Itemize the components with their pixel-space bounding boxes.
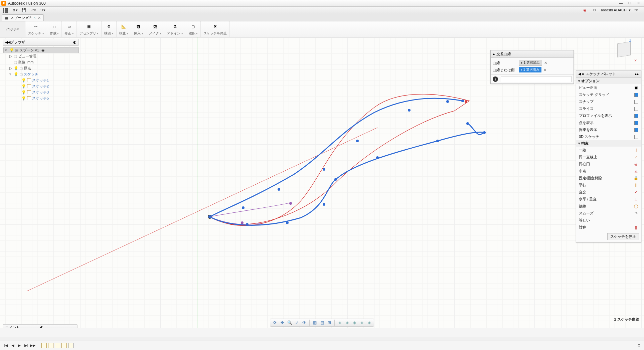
timeline-end-icon[interactable]: ▶▶ (30, 343, 35, 348)
ribbon-group-アドイン[interactable]: ⚗アドイン (164, 21, 186, 37)
constraint-icon[interactable]: ⊥ (634, 197, 638, 201)
timeline-play-icon[interactable]: ▶ (17, 343, 22, 348)
tree-sketch-item[interactable]: 💡スケッチ3 (3, 89, 79, 95)
user-name[interactable]: Tadashi ADACHI ▾ (600, 8, 631, 12)
constraint-icon[interactable]: ↷ (634, 211, 638, 215)
selection-chip[interactable]: ▸ 1 選択済み (519, 60, 542, 66)
browser-header[interactable]: ◀◀ ブラウザ ◐ (3, 39, 79, 46)
ribbon-group-修正[interactable]: ▭修正 (62, 21, 77, 37)
timeline-feature-2[interactable] (48, 343, 53, 348)
palette-option[interactable]: 点を表示 (576, 119, 641, 126)
pan-icon[interactable]: ✥ (279, 320, 286, 326)
ribbon-group-挿入[interactable]: 🖼挿入 (131, 21, 146, 37)
palette-option[interactable]: 対称[] (576, 224, 641, 231)
ribbon-group-作成[interactable]: □作成 (47, 21, 62, 37)
selection-chip[interactable]: ▸ 1 選択済み (519, 67, 541, 72)
palette-option[interactable]: 3D スケッチ (576, 133, 641, 140)
fit-icon[interactable]: ⤢ (294, 320, 300, 326)
eff3-icon[interactable]: ◈ (351, 320, 358, 326)
palette-expand-icon[interactable]: ▸▸ (635, 72, 639, 76)
file-menu-icon[interactable]: 🗎▾ (11, 7, 18, 13)
palette-option[interactable]: スライス (576, 105, 641, 112)
maximize-button[interactable]: □ (625, 1, 634, 5)
palette-option[interactable]: スナップ (576, 98, 641, 105)
constraint-icon[interactable]: ∥ (634, 183, 638, 187)
constraint-icon[interactable]: [] (634, 225, 638, 229)
tree-node[interactable]: ▢単位: mm (3, 59, 79, 65)
redo-icon[interactable]: ↷▾ (39, 7, 46, 13)
checkbox[interactable] (634, 114, 638, 118)
viewport-icon[interactable]: ⊞ (326, 320, 333, 326)
constraint-icon[interactable]: ◯ (634, 204, 638, 208)
tree-sketch-item[interactable]: 💡スケッチ5 (3, 95, 79, 101)
ribbon-group-構築[interactable]: ⚙構築 (102, 21, 117, 37)
dialog-input[interactable] (501, 76, 572, 82)
timeline-feature-4[interactable] (61, 343, 67, 348)
timeline-settings-icon[interactable]: ⚙ (637, 343, 641, 348)
checkbox[interactable] (634, 128, 638, 132)
palette-option[interactable]: 接線◯ (576, 203, 641, 210)
constraint-icon[interactable]: ◎ (634, 162, 638, 166)
updates-icon[interactable]: ↻ (591, 7, 598, 13)
browser-options-icon[interactable]: ◐ (73, 40, 76, 44)
ribbon-group-メイク[interactable]: 🖼メイク (146, 21, 165, 37)
palette-option[interactable]: 平行∥ (576, 182, 641, 189)
checkbox[interactable] (634, 100, 638, 104)
constraint-icon[interactable]: ✓ (634, 190, 638, 194)
grid-settings-icon[interactable]: ▤ (319, 320, 325, 326)
help-icon[interactable]: ?▾ (633, 7, 639, 13)
eff5-icon[interactable]: ◈ (366, 320, 372, 326)
tree-node[interactable]: ▿💡▢スケッチ (3, 71, 79, 77)
document-tab[interactable]: ▦ スプーン v1* ○ ✕ (2, 14, 44, 21)
canvas[interactable]: Z X ◀◀ ブラウザ ◐ ▿💡▣ スプーン v1◉ ▷▢ビュー管理▢単位: m… (0, 37, 644, 337)
ribbon-group-アセンブリ[interactable]: ▦アセンブリ (77, 21, 102, 37)
record-icon[interactable]: ◉ (582, 7, 588, 13)
palette-option[interactable]: 直交✓ (576, 189, 641, 196)
timeline-feature-5[interactable] (68, 343, 73, 348)
palette-option[interactable]: ビュー正面▣ (576, 84, 641, 91)
workspace-switcher[interactable]: パッチ (0, 21, 25, 37)
constraint-icon[interactable]: 🔒 (634, 176, 638, 180)
display-style-icon[interactable]: ▦ (311, 320, 318, 326)
apps-grid-icon[interactable] (2, 7, 9, 13)
undo-icon[interactable]: ↶▾ (30, 7, 37, 13)
eff2-icon[interactable]: ◈ (344, 320, 350, 326)
timeline-next-icon[interactable]: ▶| (23, 343, 29, 348)
palette-option[interactable]: 同心円◎ (576, 161, 641, 168)
palette-section-header[interactable]: オプション (576, 78, 641, 84)
stop-sketch-button[interactable]: スケッチを停止 (607, 233, 639, 240)
constraint-icon[interactable]: = (634, 218, 638, 222)
constraint-icon[interactable]: △ (634, 169, 638, 173)
look-at-icon[interactable]: ▣ (634, 85, 638, 90)
timeline-feature-1[interactable] (41, 343, 47, 348)
clear-selection-icon[interactable]: ✕ (543, 68, 546, 72)
tree-sketch-item[interactable]: 💡スケッチ2 (3, 83, 79, 89)
palette-section-header[interactable]: 拘束 (576, 140, 641, 147)
tree-node[interactable]: ▷▢ビュー管理 (3, 53, 79, 59)
ribbon-group-検査[interactable]: 📐検査 (117, 21, 132, 37)
palette-option[interactable]: 同一直線上⁄ (576, 154, 641, 161)
checkbox[interactable] (634, 121, 638, 125)
save-icon[interactable]: 💾 (21, 7, 27, 13)
timeline-start-icon[interactable]: |◀ (3, 343, 9, 348)
close-button[interactable]: ✕ (634, 1, 643, 5)
dialog-header[interactable]: ● 交差曲線 (491, 50, 574, 58)
checkbox[interactable] (634, 135, 638, 139)
constraint-icon[interactable]: ⁄ (634, 155, 638, 159)
palette-option[interactable]: スケッチ グリッド (576, 91, 641, 98)
constraint-icon[interactable]: ⌋ (634, 148, 638, 152)
eff4-icon[interactable]: ◈ (358, 320, 365, 326)
minimize-button[interactable]: — (617, 1, 625, 5)
info-icon[interactable]: i (493, 76, 498, 82)
tree-root[interactable]: ▿💡▣ スプーン v1◉ (3, 47, 79, 53)
palette-option[interactable]: スムーズ↷ (576, 210, 641, 217)
ribbon-group-スケッチを停止[interactable]: ✖スケッチを停止 (201, 21, 230, 37)
view-cube[interactable]: Z X (615, 40, 636, 61)
checkbox[interactable] (634, 107, 638, 111)
palette-option[interactable]: 中点△ (576, 168, 641, 175)
palette-option[interactable]: プロファイルを表示 (576, 112, 641, 119)
look-at-icon[interactable]: 👁 (301, 320, 308, 326)
clear-selection-icon[interactable]: ✕ (544, 61, 547, 65)
palette-header[interactable]: ◀ ●スケッチ パレット▸▸ (576, 70, 641, 78)
tree-sketch-item[interactable]: 💡スケッチ1 (3, 77, 79, 83)
